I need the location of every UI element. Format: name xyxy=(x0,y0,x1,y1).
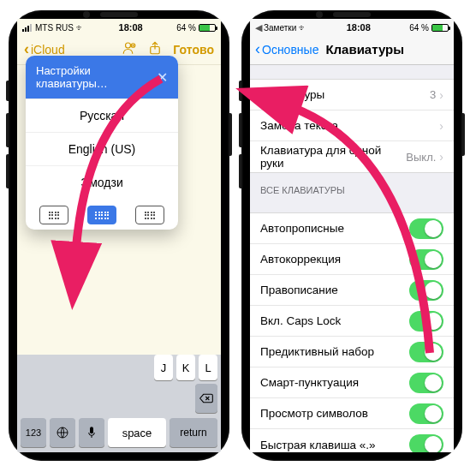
battery-percent: 64 % xyxy=(409,23,429,33)
toggle[interactable] xyxy=(409,249,443,270)
one-handed-center[interactable] xyxy=(87,206,116,224)
keyboard: J K L 123 space xyxy=(17,355,221,452)
row-label: Клавиатуры xyxy=(260,88,430,101)
keyboard-settings-item[interactable]: Настройки клавиатуры… ✕ xyxy=(26,56,178,99)
chevron-right-icon: › xyxy=(439,119,443,133)
row-auto-capitalization: Автопрописные xyxy=(250,213,454,244)
globe-key[interactable] xyxy=(50,418,75,447)
one-handed-picker xyxy=(26,199,178,230)
return-key[interactable]: return xyxy=(170,418,217,447)
keyboard-option-emoji[interactable]: Эмодзи xyxy=(26,165,178,199)
carrier-label: MTS RUS xyxy=(35,23,74,33)
mic-key[interactable] xyxy=(79,418,104,447)
keyboard-option-english[interactable]: English (US) xyxy=(26,132,178,165)
key-j[interactable]: J xyxy=(154,355,173,380)
row-value: 3 xyxy=(430,88,436,101)
status-bar: MTS RUS ᯤ 18:08 64 % xyxy=(17,19,221,34)
battery-icon xyxy=(431,24,449,32)
toggle[interactable] xyxy=(409,342,443,362)
phone-right: ◀ Заметки ᯤ 18:08 64 % ‹ Основные Клавиа… xyxy=(241,10,462,461)
row-caps-lock: Вкл. Caps Lock xyxy=(250,306,454,337)
phone-left: MTS RUS ᯤ 18:08 64 % ‹ iCloud Готово xyxy=(9,10,229,461)
row-value: Выкл. xyxy=(406,151,436,164)
wifi-icon: ᯤ xyxy=(299,23,307,33)
menu-header-label: Настройки клавиатуры… xyxy=(36,64,157,90)
row-keyboards[interactable]: Клавиатуры 3 › xyxy=(250,80,454,111)
svg-point-0 xyxy=(126,43,131,48)
chevron-left-icon: ‹ xyxy=(255,40,260,58)
group-switches: Автопрописные Автокоррекция Правописание… xyxy=(250,212,454,452)
backspace-key[interactable] xyxy=(195,384,217,413)
back-to-app-icon[interactable]: ◀ xyxy=(255,22,262,33)
settings-navbar: ‹ Основные Клавиатуры xyxy=(250,34,454,65)
close-icon[interactable]: ✕ xyxy=(157,69,168,86)
keyboard-option-russian[interactable]: Русская xyxy=(26,99,178,132)
done-button[interactable]: Готово xyxy=(173,43,214,57)
back-to-app-label[interactable]: Заметки xyxy=(264,23,296,33)
row-label: Клавиатура для одной руки xyxy=(260,144,406,170)
chevron-right-icon: › xyxy=(439,88,443,102)
space-key[interactable]: space xyxy=(108,418,166,447)
chevron-right-icon: › xyxy=(439,150,443,164)
row-one-handed[interactable]: Клавиатура для одной руки Выкл. › xyxy=(250,141,454,172)
settings-list[interactable]: Клавиатуры 3 › Замена текста › Клавиатур… xyxy=(250,65,454,452)
chevron-left-icon: ‹ xyxy=(24,40,29,58)
row-period-shortcut: Быстрая клавиша «.» xyxy=(250,429,454,452)
battery-percent: 64 % xyxy=(176,23,196,33)
battery-icon xyxy=(199,24,216,32)
numbers-key[interactable]: 123 xyxy=(21,418,46,447)
toggle[interactable] xyxy=(409,403,443,424)
row-character-preview: Просмотр символов xyxy=(250,398,454,429)
key-k[interactable]: K xyxy=(176,355,195,380)
keyboard-switcher-menu: Настройки клавиатуры… ✕ Русская English … xyxy=(26,56,178,230)
wifi-icon: ᯤ xyxy=(76,23,85,33)
group-header-all-keyboards: ВСЕ КЛАВИАТУРЫ xyxy=(250,173,454,199)
svg-rect-4 xyxy=(90,427,93,433)
row-predictive: Предиктивный набор xyxy=(250,337,454,367)
toggle[interactable] xyxy=(409,434,443,452)
row-text-replacement[interactable]: Замена текста › xyxy=(250,111,454,141)
row-auto-correction: Автокоррекция xyxy=(250,244,454,275)
signal-icon xyxy=(22,24,32,32)
one-handed-left[interactable] xyxy=(39,206,68,224)
row-smart-punctuation: Смарт-пунктуация xyxy=(250,367,454,398)
status-bar: ◀ Заметки ᯤ 18:08 64 % xyxy=(250,19,454,34)
group-keyboards: Клавиатуры 3 › Замена текста › Клавиатур… xyxy=(250,79,454,173)
status-time: 18:08 xyxy=(307,22,409,33)
back-label: iCloud xyxy=(31,43,65,57)
toggle[interactable] xyxy=(409,218,443,239)
toggle[interactable] xyxy=(409,311,443,332)
row-label: Замена текста xyxy=(260,119,439,132)
one-handed-right[interactable] xyxy=(135,206,164,224)
status-time: 18:08 xyxy=(85,22,176,33)
toggle[interactable] xyxy=(409,373,443,393)
toggle[interactable] xyxy=(409,280,443,301)
row-spell-check: Правописание xyxy=(250,275,454,306)
page-title: Клавиатуры xyxy=(281,42,449,57)
note-editor[interactable]: Настройки клавиатуры… ✕ Русская English … xyxy=(17,65,221,355)
key-l[interactable]: L xyxy=(199,355,217,380)
